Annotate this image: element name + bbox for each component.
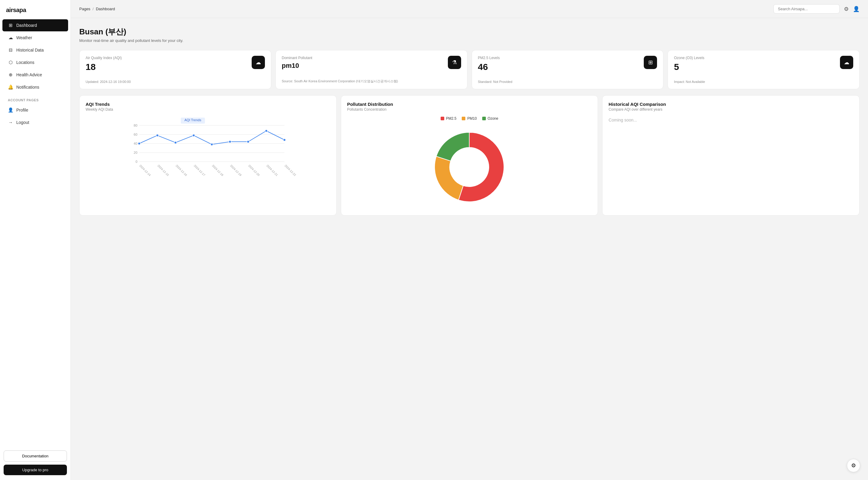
- stat-label: Air Quality Index (AQI): [86, 56, 122, 60]
- nav-label: Logout: [16, 120, 29, 125]
- stat-card-2: PM2.5 Levels 46 ⊞ Standard: Not Provided: [472, 50, 664, 89]
- svg-text:40: 40: [134, 142, 137, 145]
- stat-info: Air Quality Index (AQI) 18: [86, 56, 122, 72]
- svg-text:2024-12-20: 2024-12-20: [248, 164, 260, 177]
- sidebar-item-profile[interactable]: 👤Profile: [2, 104, 68, 116]
- svg-text:AQI Trends: AQI Trends: [184, 118, 201, 122]
- legend-item-pm10: PM10: [462, 116, 476, 121]
- svg-text:2024-12-22: 2024-12-22: [284, 164, 297, 177]
- nav-label: Dashboard: [16, 23, 37, 28]
- stats-row: Air Quality Index (AQI) 18 ☁ Updated: 20…: [79, 50, 860, 89]
- stat-icon: ⚗: [448, 56, 461, 69]
- stat-label: Ozone (O3) Levels: [674, 56, 704, 60]
- documentation-button[interactable]: Documentation: [4, 450, 67, 461]
- user-icon[interactable]: 👤: [853, 6, 860, 12]
- svg-point-17: [229, 141, 231, 143]
- stat-card-top: Dominant Pollutant pm10 ⚗: [282, 56, 461, 70]
- legend-item-ozone: Ozone: [482, 116, 498, 121]
- stat-value: 5: [674, 62, 704, 72]
- legend-dot: [441, 117, 444, 120]
- pollutant-dist-card: Pollutant Distribution Pollutants Concen…: [341, 95, 598, 216]
- nav-label: Locations: [16, 60, 34, 65]
- pollutant-dist-subtitle: Pollutants Concentration: [347, 107, 592, 112]
- legend-label: PM10: [467, 116, 476, 121]
- svg-point-19: [265, 130, 268, 132]
- header-right: ⚙ 👤: [773, 4, 860, 13]
- legend-dot: [462, 117, 465, 120]
- page-subtitle: Monitor real-time air quality and pollut…: [79, 38, 860, 43]
- svg-point-20: [283, 139, 286, 141]
- main-content: Pages / Dashboard ⚙ 👤 Busan (부산) Monitor…: [71, 0, 868, 480]
- sidebar-item-dashboard[interactable]: ⊞Dashboard: [2, 19, 68, 31]
- stat-footer: Impact: Not Available: [674, 80, 853, 84]
- nav-label: Historical Data: [16, 48, 44, 53]
- main-nav: ⊞Dashboard☁Weather⊟Historical Data⬡Locat…: [0, 19, 70, 128]
- svg-text:0: 0: [135, 160, 137, 163]
- sidebar-item-locations[interactable]: ⬡Locations: [2, 56, 68, 68]
- stat-card-3: Ozone (O3) Levels 5 ☁ Impact: Not Availa…: [668, 50, 860, 89]
- sidebar-item-logout[interactable]: →Logout: [2, 116, 68, 128]
- breadcrumb-current: Dashboard: [96, 7, 115, 11]
- settings-icon[interactable]: ⚙: [844, 6, 849, 12]
- stat-icon: ☁: [252, 56, 265, 69]
- search-input[interactable]: [773, 4, 840, 13]
- account-section-label: ACCOUNT PAGES: [0, 93, 70, 104]
- breadcrumb-parent: Pages: [79, 7, 90, 11]
- sidebar-item-notifications[interactable]: 🔔Notifications: [2, 81, 68, 93]
- stat-card-top: PM2.5 Levels 46 ⊞: [478, 56, 657, 72]
- stat-icon: ⊞: [644, 56, 657, 69]
- stat-info: PM2.5 Levels 46: [478, 56, 500, 72]
- header: Pages / Dashboard ⚙ 👤: [71, 0, 868, 18]
- sidebar-bottom: Documentation Upgrade to pro: [0, 446, 70, 480]
- nav-label: Weather: [16, 35, 32, 40]
- breadcrumb: Pages / Dashboard: [79, 7, 115, 11]
- sidebar-item-health-advice[interactable]: ⊕Health Advice: [2, 69, 68, 81]
- svg-point-16: [211, 143, 213, 146]
- sidebar: airsapa ⊞Dashboard☁Weather⊟Historical Da…: [0, 0, 71, 480]
- stat-footer: Updated: 2024-12-16 19:00:00: [86, 80, 265, 84]
- sidebar-item-historical-data[interactable]: ⊟Historical Data: [2, 44, 68, 56]
- upgrade-button[interactable]: Upgrade to pro: [4, 464, 67, 475]
- charts-row: AQI Trends Weekly AQI Data 020406080AQI …: [79, 95, 860, 216]
- stat-label: Dominant Pollutant: [282, 56, 312, 60]
- nav-label: Health Advice: [16, 72, 42, 77]
- svg-text:20: 20: [134, 151, 137, 154]
- stat-footer: Standard: Not Provided: [478, 80, 657, 84]
- svg-text:2024-12-21: 2024-12-21: [266, 164, 278, 177]
- historical-aqi-subtitle: Compare AQI over different years: [609, 107, 853, 112]
- float-settings-button[interactable]: ⚙: [847, 459, 860, 472]
- svg-point-12: [138, 142, 141, 145]
- svg-text:2024-12-14: 2024-12-14: [138, 164, 151, 177]
- svg-text:2024-12-18: 2024-12-18: [211, 164, 224, 177]
- svg-point-14: [174, 142, 177, 144]
- app-logo: airsapa: [0, 0, 70, 19]
- health-advice-icon: ⊕: [8, 72, 13, 78]
- profile-icon: 👤: [8, 107, 13, 113]
- legend-dot: [482, 117, 486, 120]
- aqi-trends-card: AQI Trends Weekly AQI Data 020406080AQI …: [79, 95, 337, 216]
- historical-data-icon: ⊟: [8, 47, 13, 53]
- stat-label: PM2.5 Levels: [478, 56, 500, 60]
- svg-text:2024-12-16: 2024-12-16: [175, 164, 188, 177]
- stat-value: pm10: [282, 62, 312, 70]
- coming-soon-text: Coming soon...: [609, 118, 853, 122]
- nav-label: Notifications: [16, 85, 39, 90]
- sidebar-item-weather[interactable]: ☁Weather: [2, 32, 68, 44]
- historical-aqi-title: Historical AQI Comparison: [609, 101, 853, 107]
- svg-point-15: [193, 134, 195, 137]
- svg-text:2024-12-17: 2024-12-17: [193, 164, 206, 177]
- aqi-trends-title: AQI Trends: [86, 101, 330, 107]
- legend-item-pm2.5: PM2.5: [441, 116, 457, 121]
- svg-point-13: [156, 134, 158, 137]
- historical-aqi-card: Historical AQI Comparison Compare AQI ov…: [602, 95, 860, 216]
- legend-label: PM2.5: [446, 116, 457, 121]
- stat-card-0: Air Quality Index (AQI) 18 ☁ Updated: 20…: [79, 50, 271, 89]
- stat-icon: ☁: [840, 56, 853, 69]
- locations-icon: ⬡: [8, 60, 13, 65]
- content-area: Busan (부산) Monitor real-time air quality…: [71, 18, 868, 224]
- aqi-line-chart: 020406080AQI Trends2024-12-142024-12-152…: [86, 116, 330, 183]
- stat-info: Dominant Pollutant pm10: [282, 56, 312, 70]
- legend-label: Ozone: [488, 116, 498, 121]
- donut-legend: PM2.5PM10Ozone: [441, 116, 498, 121]
- svg-text:80: 80: [134, 124, 137, 127]
